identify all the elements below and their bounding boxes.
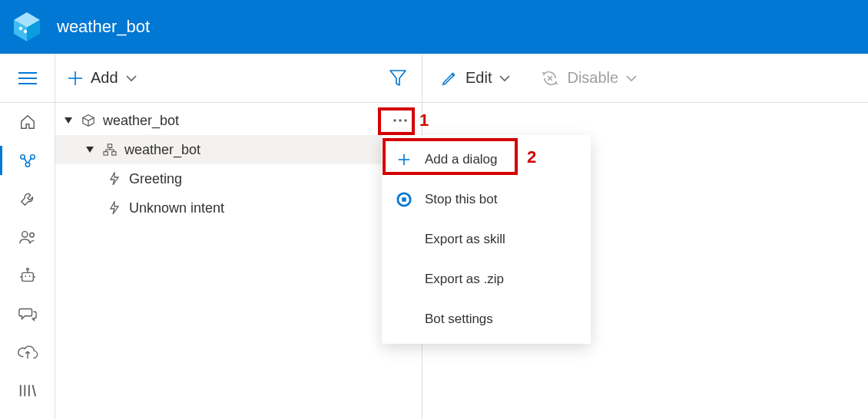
svg-line-12 xyxy=(28,158,31,163)
disable-button: Disable xyxy=(541,69,637,87)
stop-icon xyxy=(396,192,412,207)
disable-label: Disable xyxy=(567,69,618,87)
chevron-down-icon xyxy=(126,74,137,82)
nav-tree: weather_bot weather_bot Greeting xyxy=(55,103,422,419)
svg-rect-36 xyxy=(104,152,108,155)
cloud-upload-icon xyxy=(18,344,38,361)
tree-label: weather_bot xyxy=(124,142,414,158)
chevron-down-icon xyxy=(626,74,637,82)
library-icon xyxy=(18,383,37,398)
pencil-icon xyxy=(441,70,458,87)
svg-marker-43 xyxy=(111,202,118,214)
svg-point-20 xyxy=(25,275,26,277)
svg-point-3 xyxy=(19,27,22,30)
menu-label: Bot settings xyxy=(425,312,493,327)
refresh-x-icon xyxy=(541,70,559,87)
chat-icon xyxy=(18,305,37,322)
tree-row-unknown-intent[interactable]: Unknown intent xyxy=(55,193,422,223)
menu-label: Export as skill xyxy=(425,232,505,247)
siderail xyxy=(0,54,55,419)
menu-label: Export as .zip xyxy=(425,272,504,287)
svg-rect-15 xyxy=(22,272,33,281)
menu-item-export-zip[interactable]: Export as .zip xyxy=(382,259,591,299)
svg-point-31 xyxy=(393,119,396,121)
svg-marker-42 xyxy=(111,173,118,185)
bot-icon xyxy=(18,267,37,284)
chevron-down-icon xyxy=(499,74,510,82)
wrench-icon xyxy=(19,190,36,207)
tree-label: Unknown intent xyxy=(129,200,414,216)
svg-line-25 xyxy=(32,385,35,397)
svg-point-32 xyxy=(399,119,401,121)
edit-button[interactable]: Edit xyxy=(441,69,510,87)
filter-button[interactable] xyxy=(380,64,416,92)
context-menu: Add a dialog Stop this bot Export as ski… xyxy=(382,135,591,344)
home-icon xyxy=(19,114,36,130)
svg-point-17 xyxy=(26,268,28,270)
more-icon xyxy=(393,118,408,123)
svg-marker-29 xyxy=(83,115,94,120)
siderail-item-chat[interactable] xyxy=(0,295,55,333)
funnel-icon xyxy=(389,69,406,87)
siderail-item-people[interactable] xyxy=(0,218,55,256)
menu-item-export-skill[interactable]: Export as skill xyxy=(382,219,591,259)
plus-icon xyxy=(396,153,412,167)
right-panel-toolbar: Edit Disable xyxy=(422,54,868,103)
app-title: weather_bot xyxy=(57,17,150,37)
siderail-item-bot[interactable] xyxy=(0,256,55,295)
tree-label: weather_bot xyxy=(103,113,386,129)
svg-marker-34 xyxy=(86,147,94,153)
menu-item-stop-bot[interactable]: Stop this bot xyxy=(382,180,591,219)
svg-marker-28 xyxy=(65,117,72,124)
cube-icon xyxy=(80,114,97,127)
app-header: weather_bot xyxy=(0,0,868,54)
svg-rect-35 xyxy=(108,144,111,147)
svg-rect-50 xyxy=(402,197,406,201)
left-panel: Add weather_bot xyxy=(55,54,422,419)
app-logo-icon xyxy=(11,11,43,43)
tree-row-project[interactable]: weather_bot xyxy=(55,106,422,135)
svg-line-11 xyxy=(24,158,27,163)
siderail-item-wrench[interactable] xyxy=(0,180,55,218)
svg-point-14 xyxy=(29,233,34,237)
add-label: Add xyxy=(91,69,118,87)
menu-item-bot-settings[interactable]: Bot settings xyxy=(382,299,591,339)
siderail-item-home[interactable] xyxy=(0,103,55,141)
menu-label: Stop this bot xyxy=(425,192,498,207)
svg-point-13 xyxy=(22,232,27,237)
people-icon xyxy=(18,229,37,246)
siderail-item-library[interactable] xyxy=(0,371,55,410)
graph-icon xyxy=(18,152,37,169)
siderail-item-publish[interactable] xyxy=(0,333,55,371)
edit-label: Edit xyxy=(465,69,492,87)
svg-point-10 xyxy=(25,163,30,167)
plus-icon xyxy=(68,71,83,86)
left-panel-toolbar: Add xyxy=(55,54,422,103)
caret-down-icon xyxy=(61,117,75,124)
svg-point-4 xyxy=(24,30,27,33)
trigger-icon xyxy=(106,201,123,215)
tree-row-greeting[interactable]: Greeting xyxy=(55,164,422,193)
tree-row-bot[interactable]: weather_bot xyxy=(55,135,422,164)
sitemap-icon xyxy=(101,144,118,156)
tree-label: Greeting xyxy=(129,171,414,187)
caret-down-icon xyxy=(83,146,97,153)
siderail-hamburger[interactable] xyxy=(0,54,55,103)
svg-point-21 xyxy=(28,275,30,277)
menu-label: Add a dialog xyxy=(425,152,498,167)
add-button[interactable]: Add xyxy=(61,63,143,93)
svg-point-33 xyxy=(404,119,406,121)
siderail-item-design[interactable] xyxy=(0,141,55,180)
trigger-icon xyxy=(106,172,123,186)
overflow-button[interactable] xyxy=(386,115,414,126)
hamburger-icon xyxy=(18,71,37,85)
menu-item-add-dialog[interactable]: Add a dialog xyxy=(382,140,591,180)
svg-rect-37 xyxy=(112,152,116,155)
